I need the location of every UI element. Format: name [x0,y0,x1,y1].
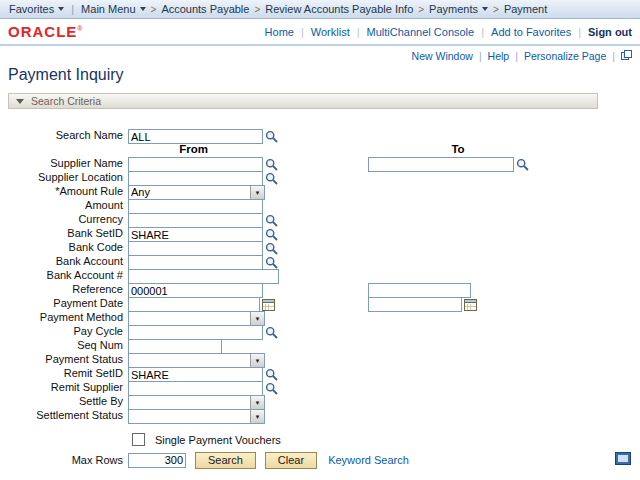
breadcrumb-item-favorites[interactable]: Favorites [5,3,68,15]
dropdown-arrow-icon[interactable]: ▼ [250,410,264,423]
field-row-supplier-name: Supplier Name [8,157,640,171]
sign-out-link[interactable]: Sign out [588,26,632,38]
field-row-amount-rule: *Amount RuleAny▼ [8,185,640,199]
supplier-name-to-input[interactable] [368,157,514,172]
currency-lookup-icon[interactable] [265,214,278,227]
remit-supplier-input[interactable] [128,381,263,396]
breadcrumb-item-main-menu[interactable]: Main Menu [77,3,149,15]
field-row-payment-method: Payment Method ▼ [8,311,640,325]
copy-url-icon[interactable] [621,50,632,63]
supplier-name-input[interactable] [128,157,263,172]
search-name-input[interactable] [128,129,263,144]
bank-setid-input[interactable] [128,227,263,242]
dropdown-arrow-icon[interactable]: ▼ [250,396,264,409]
reference-to-input[interactable] [368,283,471,298]
search-name-lookup-icon[interactable] [265,130,278,143]
bank-account-input[interactable] [128,269,279,284]
utility-link-separator: | [612,50,615,62]
field-row-payment-date: Payment Date [8,297,640,311]
field-row-reference: Reference [8,283,640,297]
settlement-status-select[interactable]: ▼ [128,409,265,424]
breadcrumb-item-review-accounts-payable-info[interactable]: Review Accounts Payable Info [261,3,417,15]
header-link-home[interactable]: Home [265,26,294,38]
amount-rule-select[interactable]: Any▼ [128,185,265,200]
breadcrumb-separator: > [150,4,158,15]
utility-link-new-window[interactable]: New Window [412,50,473,62]
keyword-search-link[interactable]: Keyword Search [328,454,409,466]
field-label-reference: Reference [8,283,123,296]
header-link-separator: | [578,26,581,38]
breadcrumb-separator: > [492,4,500,15]
remit-setid-input[interactable] [128,367,263,382]
bottom-corner-page-icon-inner [618,455,628,462]
dropdown-arrow-icon[interactable]: ▼ [250,354,264,367]
utility-link-personalize-page[interactable]: Personalize Page [524,50,606,62]
field-label-bank-account: Bank Account [8,255,123,268]
max-rows-input[interactable] [128,453,186,468]
field-row-currency: Currency [8,213,640,227]
field-row-bank-code: Bank Code [8,241,640,255]
supplier-location-lookup-icon[interactable] [265,172,278,185]
breadcrumb-item-payments[interactable]: Payments [425,3,492,15]
breadcrumb: Favorites|Main Menu>Accounts Payable>Rev… [0,0,640,19]
payment-date-input[interactable] [128,297,260,312]
field-label-bank-code: Bank Code [8,241,123,254]
supplier-name-to-lookup-icon[interactable] [516,158,529,171]
chevron-down-icon [140,7,146,11]
dropdown-arrow-icon[interactable]: ▼ [250,312,264,325]
single-payment-checkbox[interactable] [132,433,145,446]
breadcrumb-item-payment[interactable]: Payment [500,3,551,15]
field-row-payment-status: Payment Status ▼ [8,353,640,367]
field-label-amount: Amount [8,199,123,212]
pay-cycle-input[interactable] [128,325,263,340]
header-link-multichannel-console[interactable]: MultiChannel Console [367,26,475,38]
breadcrumb-item-accounts-payable[interactable]: Accounts Payable [157,3,253,15]
field-label-search-name: Search Name [8,129,123,142]
search-criteria-form: Search NameFromToSupplier NameSupplier L… [8,129,640,469]
bank-setid-lookup-icon[interactable] [265,228,278,241]
clear-button[interactable]: Clear [265,452,317,469]
utility-link-separator: | [479,50,482,62]
header-link-worklist[interactable]: Worklist [311,26,350,38]
bank-code-lookup-icon[interactable] [265,242,278,255]
reference-input[interactable] [128,283,263,298]
header-link-separator: | [301,26,304,38]
bank-account-input[interactable] [128,255,263,270]
field-row-remit-setid: Remit SetID [8,367,640,381]
remit-setid-lookup-icon[interactable] [265,368,278,381]
bottom-corner-page-icon[interactable] [615,452,631,465]
payment-method-select[interactable]: ▼ [128,311,265,326]
payment-status-select[interactable]: ▼ [128,353,265,368]
seq-num-input[interactable] [128,339,222,354]
column-headers-row: FromTo [8,143,640,157]
field-row-supplier-location: Supplier Location [8,171,640,185]
payment-inquiry-screen: Favorites|Main Menu>Accounts Payable>Rev… [0,0,640,480]
search-button[interactable]: Search [195,452,256,469]
supplier-name-lookup-icon[interactable] [265,158,278,171]
header-links: Home|Worklist|MultiChannel Console|Add t… [265,26,632,38]
pay-cycle-lookup-icon[interactable] [265,326,278,339]
field-row-settle-by: Settle By ▼ [8,395,640,409]
dropdown-arrow-icon[interactable]: ▼ [250,186,264,199]
supplier-location-input[interactable] [128,171,263,186]
field-label-payment-status: Payment Status [8,353,123,366]
settle-by-select[interactable]: ▼ [128,395,265,410]
field-label-payment-date: Payment Date [8,297,123,310]
oracle-logo: ORACLE® [8,23,84,40]
field-label-settle-by: Settle By [8,395,123,408]
bank-code-input[interactable] [128,241,263,256]
utility-links: New Window|Help|Personalize Page| [0,50,632,62]
header-link-add-to-favorites[interactable]: Add to Favorites [491,26,571,38]
payment-date-to-calendar-icon[interactable] [464,298,477,311]
amount-input[interactable] [128,199,263,214]
payment-date-calendar-icon[interactable] [262,298,275,311]
field-row-bank-setid: Bank SetID [8,227,640,241]
bank-account-lookup-icon[interactable] [265,256,278,269]
search-criteria-section-header[interactable]: Search Criteria [8,93,598,109]
currency-input[interactable] [128,213,263,228]
utility-link-help[interactable]: Help [488,50,510,62]
remit-supplier-lookup-icon[interactable] [265,382,278,395]
max-rows-label: Max Rows [8,452,123,469]
payment-date-to-input[interactable] [368,297,462,312]
section-expand-icon[interactable] [16,99,24,104]
